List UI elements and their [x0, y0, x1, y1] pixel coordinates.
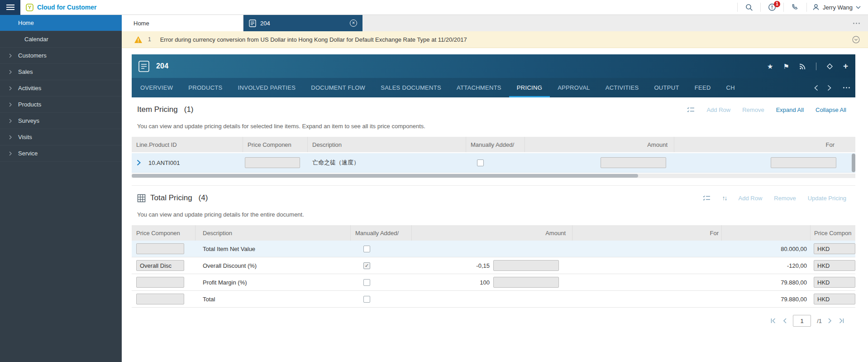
tab-document-flow[interactable]: DOCUMENT FLOW: [303, 78, 373, 97]
tab-pricing[interactable]: PRICING: [509, 78, 550, 97]
tab-sales-documents[interactable]: SALES DOCUMENTS: [373, 78, 449, 97]
tab-output[interactable]: OUTPUT: [646, 78, 687, 97]
adapt-icon[interactable]: [826, 63, 833, 70]
sidebar-item-sales[interactable]: Sales: [0, 64, 122, 80]
previous-page-icon[interactable]: [782, 318, 787, 324]
price-component-input[interactable]: [136, 243, 184, 254]
close-icon[interactable]: ×: [350, 19, 357, 27]
sidebar-item-calendar[interactable]: Calendar: [0, 31, 122, 48]
facet-tabs: OVERVIEW PRODUCTS INVOLVED PARTIES DOCUM…: [132, 78, 855, 97]
tab-overflow-icon[interactable]: [853, 15, 868, 31]
user-menu[interactable]: Jerry Wang: [807, 0, 868, 14]
collapse-messages-icon[interactable]: [852, 36, 860, 43]
price-component-input[interactable]: [245, 157, 300, 168]
next-page-icon[interactable]: [828, 318, 832, 324]
remove-button[interactable]: Remove: [742, 106, 764, 113]
sidebar-item-home[interactable]: Home: [0, 15, 122, 31]
amount-value: 100: [480, 279, 490, 286]
tab-204[interactable]: 204 ×: [243, 15, 362, 31]
sidebar-item-surveys[interactable]: Surveys: [0, 113, 122, 129]
manually-added-checkbox[interactable]: [363, 296, 370, 303]
chevron-right-icon: [9, 151, 12, 156]
tab-ch[interactable]: CH: [719, 78, 743, 97]
scroll-left-icon[interactable]: [814, 85, 818, 91]
tab-involved-parties[interactable]: INVOLVED PARTIES: [230, 78, 304, 97]
currency-input[interactable]: HKD: [814, 294, 855, 304]
tab-label: Home: [134, 20, 149, 27]
sort-icon[interactable]: ↑↓: [722, 194, 727, 202]
currency-input[interactable]: HKD: [814, 260, 855, 271]
currency-input[interactable]: HKD: [814, 277, 855, 288]
scrollbar-thumb[interactable]: [132, 174, 638, 178]
add-row-button[interactable]: Add Row: [739, 195, 763, 202]
manually-added-checkbox[interactable]: [363, 279, 370, 286]
manually-added-checkbox[interactable]: [477, 159, 484, 166]
collapse-all-button[interactable]: Collapse All: [816, 106, 846, 113]
price-component-input[interactable]: Overall Disc: [136, 260, 184, 271]
sidebar-item-service[interactable]: Service: [0, 145, 122, 162]
sidebar-item-visits[interactable]: Visits: [0, 129, 122, 145]
expand-all-button[interactable]: Expand All: [776, 106, 804, 113]
for-input[interactable]: [771, 157, 836, 168]
personalize-icon[interactable]: [703, 195, 711, 202]
add-icon[interactable]: +: [843, 61, 848, 71]
add-row-button[interactable]: Add Row: [706, 106, 730, 113]
user-icon: [812, 4, 820, 11]
amount-input[interactable]: [601, 157, 666, 168]
tab-approval[interactable]: APPROVAL: [550, 78, 598, 97]
tab-activities[interactable]: ACTIVITIES: [598, 78, 647, 97]
tab-more-icon[interactable]: [843, 87, 850, 88]
tab-home[interactable]: Home: [122, 15, 243, 31]
update-pricing-button[interactable]: Update Pricing: [808, 195, 846, 202]
amount-unit-input[interactable]: [493, 260, 559, 271]
first-page-icon[interactable]: [770, 318, 777, 324]
flag-icon[interactable]: ⚑: [783, 63, 789, 70]
net-value: 79.880,00: [781, 279, 807, 286]
sidebar-item-label: Sales: [18, 68, 33, 75]
page-title: 204: [156, 62, 168, 70]
sidebar-item-activities[interactable]: Activities: [0, 80, 122, 97]
manually-added-checkbox[interactable]: [363, 246, 370, 252]
calculator-grid-icon: [137, 194, 146, 203]
column-header: Price Compon: [811, 225, 855, 241]
vertical-scrollbar[interactable]: [852, 154, 855, 172]
sidebar-item-label: Customers: [18, 52, 47, 59]
sidebar-item-label: Calendar: [24, 36, 48, 43]
pagination: 1 /1: [132, 308, 855, 331]
amount-unit-input[interactable]: [493, 277, 559, 288]
scroll-right-icon[interactable]: [827, 85, 831, 91]
total-pricing-actions: ↑↓ Add Row Remove Update Pricing: [703, 194, 846, 202]
menu-icon[interactable]: [0, 0, 20, 15]
tab-feed[interactable]: FEED: [687, 78, 719, 97]
manually-added-checkbox[interactable]: [363, 262, 370, 269]
price-component-input[interactable]: [136, 277, 184, 288]
tab-overview[interactable]: OVERVIEW: [133, 78, 181, 97]
search-icon[interactable]: [738, 0, 760, 14]
page-number-input[interactable]: 1: [793, 315, 811, 327]
phone-icon[interactable]: [784, 0, 806, 14]
column-header: Price Componen: [243, 137, 308, 152]
notifications-icon[interactable]: 1: [761, 0, 783, 14]
tab-attachments[interactable]: ATTACHMENTS: [449, 78, 509, 97]
horizontal-scrollbar[interactable]: [132, 174, 855, 178]
tab-products[interactable]: PRODUCTS: [181, 78, 230, 97]
net-value: 80.000,00: [781, 246, 807, 252]
table-row[interactable]: 10.ANTI001 亡命之徒（速度）: [132, 153, 855, 173]
column-header: For: [572, 225, 722, 241]
last-page-icon[interactable]: [838, 318, 844, 324]
price-component-input[interactable]: [136, 294, 184, 304]
feed-icon[interactable]: [799, 63, 806, 70]
expand-row-icon[interactable]: [137, 159, 141, 166]
sidebar-item-label: Activities: [18, 85, 41, 92]
favorite-star-icon[interactable]: ★: [767, 63, 773, 70]
message-text: Error during currency conversion from US…: [160, 36, 467, 43]
description-cell: Total Item Net Value: [196, 241, 351, 257]
object-header: 204 ★ ⚑ +: [132, 54, 855, 78]
personalize-icon[interactable]: [687, 106, 695, 113]
sidebar-item-products[interactable]: Products: [0, 97, 122, 113]
remove-button[interactable]: Remove: [774, 195, 796, 202]
item-pricing-table: Line.Product ID Price Componen Descripti…: [132, 137, 855, 178]
sidebar-item-customers[interactable]: Customers: [0, 48, 122, 64]
currency-input[interactable]: HKD: [814, 243, 855, 254]
table-row: Overall Disc Overall Discount (%) -0,15 …: [132, 257, 855, 274]
